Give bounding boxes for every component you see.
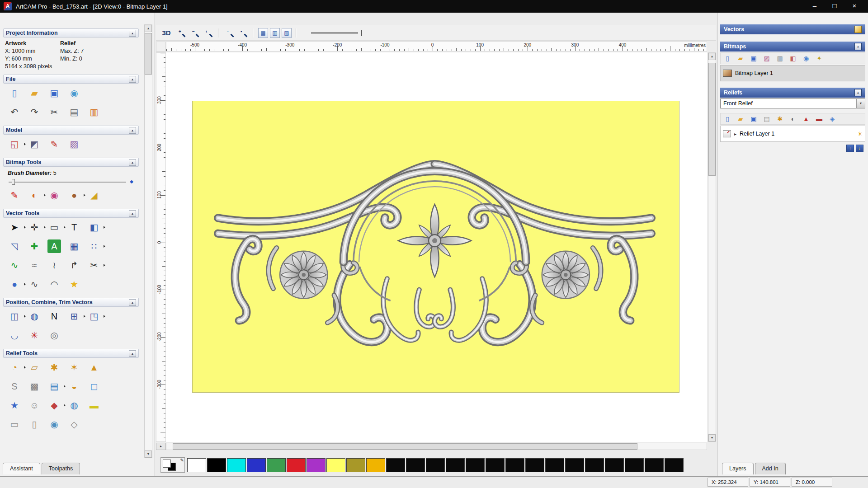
node-editing-icon[interactable]: ≀ — [47, 258, 61, 272]
adjust-colours-icon[interactable]: ◧ — [788, 53, 798, 63]
zoom-rectangle-icon[interactable]: ▫ — [223, 27, 235, 39]
extrude-icon[interactable]: ▲ — [87, 361, 101, 374]
open-relief-icon[interactable]: ▰ — [736, 114, 745, 124]
reliefs-header[interactable]: Reliefs ▲ — [720, 88, 865, 98]
palette-swatch-16[interactable] — [505, 458, 524, 472]
shape-editor-flyout-icon[interactable] — [24, 366, 26, 369]
collapse-section-icon[interactable]: ▲ — [129, 350, 136, 357]
copy-rotate-flyout-icon[interactable] — [104, 315, 105, 318]
palette-swatch-6[interactable] — [307, 458, 326, 472]
palette-swatch-2[interactable] — [227, 458, 246, 472]
set-model-size-icon[interactable]: ◱ — [8, 137, 21, 151]
create-circle-icon[interactable]: ● — [8, 277, 21, 291]
relief-extra-icon[interactable]: ◇ — [67, 418, 81, 431]
new-relief-icon[interactable]: ▯ — [722, 114, 732, 124]
zoom-fit-icon[interactable]: ▪ — [237, 27, 249, 39]
scroll-up-icon[interactable]: ▲ — [708, 53, 716, 60]
load-bitmap-icon[interactable]: ▨ — [67, 137, 81, 151]
face-wizard-icon[interactable]: ☺ — [28, 399, 41, 412]
brush-diameter-slider[interactable]: ◆ — [9, 178, 133, 185]
mirror-vectors-flyout-icon[interactable] — [104, 226, 105, 229]
paste-array-flyout-icon[interactable] — [104, 245, 105, 248]
vectors-sheet-icon[interactable] — [854, 26, 862, 33]
scrollbar-thumb[interactable] — [708, 63, 716, 176]
scrollbar-thumb[interactable] — [145, 33, 152, 75]
collapse-section-icon[interactable]: ▲ — [129, 30, 136, 37]
palette-flyout-icon[interactable] — [84, 194, 85, 197]
relief-edit-icon[interactable] — [723, 130, 731, 137]
collapse-section-icon[interactable]: ▲ — [129, 76, 136, 83]
palette-swatch-14[interactable] — [466, 458, 485, 472]
move-layer-down-icon[interactable]: ↓ — [856, 145, 863, 152]
palette-swatch-15[interactable] — [486, 458, 505, 472]
texture-sphere-icon[interactable]: ◍ — [67, 399, 81, 412]
pan-right-icon[interactable]: ▸ — [156, 443, 166, 450]
zoom-in-icon[interactable]: + — [175, 27, 187, 39]
palette-swatch-9[interactable] — [366, 458, 385, 472]
link-colours-icon[interactable]: ◉ — [801, 53, 811, 63]
edit-colour-icon[interactable]: ✎ — [180, 458, 184, 463]
create-text-icon[interactable]: T — [67, 221, 81, 234]
primary-colour-swatch[interactable] — [163, 460, 171, 468]
create-spline-icon[interactable]: ∿ — [8, 258, 21, 272]
spin-relief-icon[interactable]: ◒ — [67, 380, 81, 393]
colour-blend-icon[interactable]: ◐ — [28, 188, 41, 202]
bitmap-wizard-icon[interactable]: ✦ — [814, 53, 824, 63]
invert-relief-icon[interactable]: ◐ — [788, 114, 798, 124]
expander-icon[interactable]: ▸ — [734, 131, 736, 136]
draft-mode-toggle-icon[interactable]: ▧ — [282, 28, 292, 38]
shape-editor-icon[interactable]: ◔ — [8, 361, 21, 374]
tab-assistant[interactable]: Assistant — [3, 463, 40, 474]
reset-relief-icon[interactable]: ▬ — [814, 114, 824, 124]
fan-blend-flyout-icon[interactable] — [64, 404, 66, 407]
tab-layers[interactable]: Layers — [722, 463, 754, 474]
create-polyline-icon[interactable]: ✚ — [28, 239, 41, 253]
new-bitmap-icon[interactable]: ▯ — [722, 53, 732, 63]
sweep-profile-icon[interactable]: S — [8, 380, 21, 393]
select-vectors-icon[interactable]: ➤ — [8, 221, 21, 234]
vectors-header[interactable]: Vectors — [720, 24, 865, 34]
angled-plane-icon[interactable]: ▱ — [28, 361, 41, 374]
relief-layers-flyout-icon[interactable] — [64, 385, 66, 388]
trim-overlap-icon[interactable]: ✳ — [28, 328, 41, 342]
scale-relief-icon[interactable]: ▲ — [801, 114, 811, 124]
set-model-size-flyout-icon[interactable] — [24, 143, 26, 145]
zoom-previous-icon[interactable]: ‹ — [202, 27, 214, 39]
open-bitmap-icon[interactable]: ▰ — [736, 53, 745, 63]
palette-swatch-0[interactable] — [187, 458, 206, 472]
collapse-section-icon[interactable]: ▲ — [129, 299, 136, 306]
star-relief-icon[interactable]: ★ — [8, 399, 21, 412]
collapse-section-icon[interactable]: ▲ — [129, 159, 136, 166]
palette-swatch-22[interactable] — [625, 458, 644, 472]
weave-wizard-icon[interactable]: ▩ — [28, 380, 41, 393]
flood-fill-icon[interactable]: ◢ — [87, 188, 101, 202]
move-layer-up-icon[interactable]: ↑ — [846, 145, 854, 152]
redo-icon[interactable]: ↷ — [28, 105, 41, 119]
palette-swatch-8[interactable] — [346, 458, 365, 472]
palette-swatch-19[interactable] — [565, 458, 584, 472]
relief-select-combo[interactable]: Front Relief ▼ — [720, 99, 865, 108]
relief-visibility-icon[interactable]: ☀ — [857, 131, 863, 137]
transform-vectors-icon[interactable]: ✛ — [28, 221, 41, 234]
scroll-down-icon[interactable]: ▼ — [145, 450, 152, 458]
palette-swatch-4[interactable] — [267, 458, 286, 472]
copy-icon[interactable]: ▤ — [67, 105, 81, 119]
copy-rotate-icon[interactable]: ◳ — [87, 310, 101, 323]
trim-vectors-icon[interactable]: ✂ — [87, 258, 101, 272]
palette-swatch-12[interactable] — [426, 458, 445, 472]
create-rectangle-icon[interactable]: ▭ — [47, 221, 61, 234]
mirror-vectors-icon[interactable]: ◧ — [87, 221, 101, 234]
canvas-horizontal-scrollbar[interactable] — [166, 443, 707, 450]
paint-icon[interactable]: ✎ — [8, 188, 21, 202]
cut-icon[interactable]: ✂ — [47, 105, 61, 119]
relief-layer-row[interactable]: ▸ Relief Layer 1 ☀ — [721, 126, 865, 141]
palette-swatch-3[interactable] — [247, 458, 266, 472]
snap-grid-toggle-icon[interactable]: ▦ — [258, 28, 268, 38]
new-model-icon[interactable]: ▯ — [8, 86, 21, 100]
sculpt-icon[interactable]: ✱ — [47, 361, 61, 374]
palette-swatch-1[interactable] — [207, 458, 226, 472]
tab-add-in[interactable]: Add In — [755, 463, 786, 474]
combo-dropdown-icon[interactable]: ▼ — [856, 99, 865, 108]
view-3d-button[interactable]: 3D — [160, 27, 173, 39]
palette-swatch-11[interactable] — [406, 458, 425, 472]
